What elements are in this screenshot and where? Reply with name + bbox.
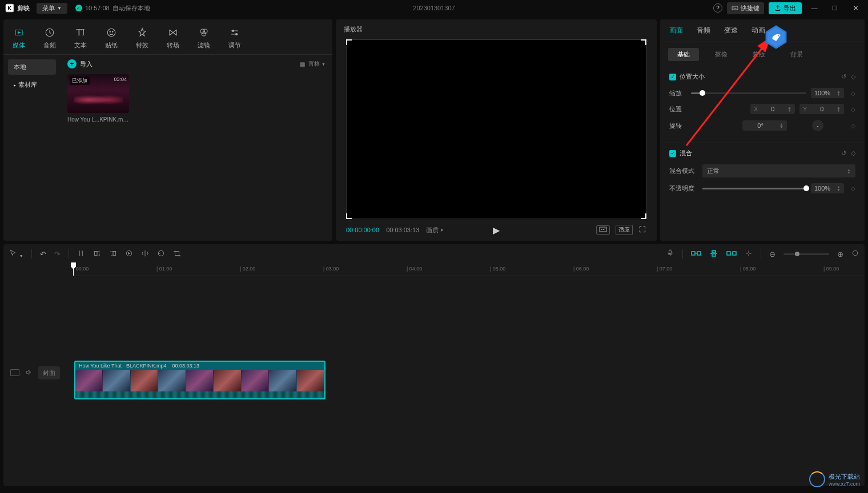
- crop-right-icon[interactable]: [109, 249, 117, 259]
- watermark-logo-icon: [809, 471, 825, 487]
- menu-button[interactable]: 菜单 ▼: [37, 3, 67, 14]
- insp-tab-picture[interactable]: 画面: [668, 23, 684, 38]
- fullscreen-icon[interactable]: [638, 225, 646, 235]
- position-x-input[interactable]: X0▲▼: [750, 104, 795, 114]
- tab-filter[interactable]: 滤镜: [188, 24, 219, 52]
- media-thumbnail[interactable]: 已添加 03:04 How You L...KPINK.mp4: [67, 74, 129, 123]
- fit-button[interactable]: 适应: [616, 225, 633, 235]
- scale-value[interactable]: 100%▲▼: [811, 88, 844, 98]
- sticker-icon: [106, 26, 116, 39]
- maximize-button[interactable]: ☐: [827, 5, 843, 12]
- position-keyframe-icon[interactable]: ◇: [851, 106, 855, 112]
- minimize-button[interactable]: —: [806, 5, 822, 11]
- sidebar-library[interactable]: ▸素材库: [8, 77, 56, 92]
- player-viewport[interactable]: [346, 39, 646, 219]
- tracks-area[interactable]: How You Like That - BLACKPINK.mp4 00:03:…: [71, 276, 865, 486]
- zoom-in-icon[interactable]: ⊕: [837, 250, 843, 258]
- rotation-keyframe-icon[interactable]: ◇: [851, 123, 855, 129]
- timeline-ruler[interactable]: | 00:00| 01:00| 02:00| 03:00| 04:00| 05:…: [71, 264, 865, 276]
- tab-text[interactable]: TI文本: [65, 24, 96, 52]
- insp-tab-audio[interactable]: 音频: [696, 23, 712, 38]
- close-button[interactable]: ✕: [847, 5, 863, 12]
- quality-dropdown[interactable]: 画质▼: [426, 226, 444, 235]
- tab-sticker[interactable]: 贴纸: [96, 24, 127, 52]
- position-size-checkbox[interactable]: ✓: [669, 74, 676, 80]
- blend-checkbox[interactable]: ✓: [669, 150, 676, 157]
- video-clip[interactable]: How You Like That - BLACKPINK.mp4 00:03:…: [74, 361, 326, 399]
- opacity-value[interactable]: 100%▲▼: [811, 183, 844, 193]
- import-button[interactable]: + 导入: [67, 59, 93, 68]
- undo-icon[interactable]: ↶: [40, 250, 46, 258]
- ruler-tick: | 07:00: [657, 266, 672, 272]
- project-name: 202301301307: [413, 5, 455, 11]
- check-icon: ✓: [75, 5, 82, 11]
- keyframe-icon[interactable]: ◇: [851, 73, 855, 80]
- ruler-tick: | 04:00: [407, 266, 422, 272]
- crop-icon[interactable]: [173, 249, 181, 259]
- svg-rect-22: [733, 252, 736, 255]
- svg-point-5: [110, 31, 111, 33]
- svg-rect-16: [669, 250, 672, 254]
- link-icon[interactable]: [726, 250, 737, 258]
- zoom-out-icon[interactable]: ⊖: [769, 250, 775, 258]
- rotation-row: 旋转 0°▲▼ - ◇: [669, 120, 855, 131]
- scale-slider[interactable]: [691, 92, 806, 94]
- opacity-slider[interactable]: [702, 188, 806, 189]
- tab-transition[interactable]: 转场: [158, 24, 188, 52]
- svg-point-6: [112, 31, 114, 33]
- magnet-main-icon[interactable]: [691, 250, 701, 258]
- tab-media[interactable]: 媒体: [3, 24, 34, 52]
- sidebar-local[interactable]: 本地: [8, 59, 56, 75]
- tab-audio[interactable]: 音频: [34, 24, 65, 52]
- position-size-section: ✓ 位置大小 ↺◇ 缩放 100%▲▼ ◇ 位置 X0▲▼ Y0▲▼ ◇ 旋转 …: [660, 67, 865, 143]
- crop-left-icon[interactable]: [93, 249, 101, 259]
- cover-button[interactable]: 封面: [38, 366, 60, 379]
- magnet-track-icon[interactable]: [709, 250, 718, 258]
- reset-icon[interactable]: ↺: [841, 73, 846, 80]
- tab-adjust[interactable]: 调节: [219, 24, 250, 52]
- rotation-input[interactable]: 0°▲▼: [742, 120, 787, 131]
- tab-effects[interactable]: 特效: [127, 24, 158, 52]
- position-y-input[interactable]: Y0▲▼: [799, 104, 844, 114]
- blend-mode-row: 混合模式 正常▲▼: [669, 164, 855, 177]
- preview-cut-icon[interactable]: [745, 249, 753, 259]
- svg-rect-20: [712, 254, 716, 256]
- svg-rect-1: [732, 6, 738, 10]
- opacity-keyframe-icon[interactable]: ◇: [851, 185, 855, 192]
- export-button[interactable]: 导出: [769, 2, 802, 14]
- player-title: 播放器: [336, 19, 657, 39]
- flip-button[interactable]: -: [812, 120, 823, 131]
- lock-track-icon[interactable]: [10, 369, 19, 376]
- style-dropdown[interactable]: 言格 ▼: [308, 60, 326, 68]
- ratio-icon[interactable]: [596, 225, 610, 235]
- ruler-tick: | 09:00: [823, 266, 839, 272]
- subtab-basic[interactable]: 基础: [668, 48, 699, 61]
- blend-mode-select[interactable]: 正常▲▼: [702, 164, 855, 177]
- chevron-down-icon: ▼: [57, 6, 62, 11]
- shortcut-button[interactable]: 快捷键: [727, 2, 764, 14]
- rotate-icon[interactable]: [157, 249, 165, 259]
- svg-point-9: [202, 32, 206, 37]
- watermark: 极光下载站 www.xz7.com: [809, 471, 860, 487]
- scale-keyframe-icon[interactable]: ◇: [851, 90, 855, 96]
- play-button[interactable]: ▶: [493, 225, 500, 236]
- playhead[interactable]: [73, 264, 74, 276]
- subtab-cutout[interactable]: 抠像: [706, 48, 737, 61]
- timeline-zoom-slider[interactable]: [783, 253, 829, 255]
- keyframe-icon[interactable]: ◇: [851, 149, 855, 157]
- mic-icon[interactable]: [666, 249, 674, 259]
- grid-view-icon[interactable]: ▦: [300, 61, 305, 67]
- help-icon[interactable]: ?: [713, 3, 722, 13]
- reverse-icon[interactable]: [125, 249, 133, 259]
- redo-icon[interactable]: ↷: [54, 250, 61, 258]
- insp-tab-speed[interactable]: 变速: [723, 23, 739, 38]
- mirror-icon[interactable]: [141, 249, 149, 259]
- blend-section: ✓ 混合 ↺◇ 混合模式 正常▲▼ 不透明度 100%▲▼ ◇: [660, 143, 865, 205]
- reset-icon[interactable]: ↺: [841, 149, 846, 157]
- split-icon[interactable]: [77, 249, 85, 259]
- cursor-tool-icon[interactable]: ▼: [9, 249, 23, 259]
- svg-point-23: [853, 250, 858, 256]
- zoom-fit-icon[interactable]: [851, 249, 859, 258]
- filter-icon: [199, 26, 209, 39]
- mute-track-icon[interactable]: [25, 369, 33, 377]
